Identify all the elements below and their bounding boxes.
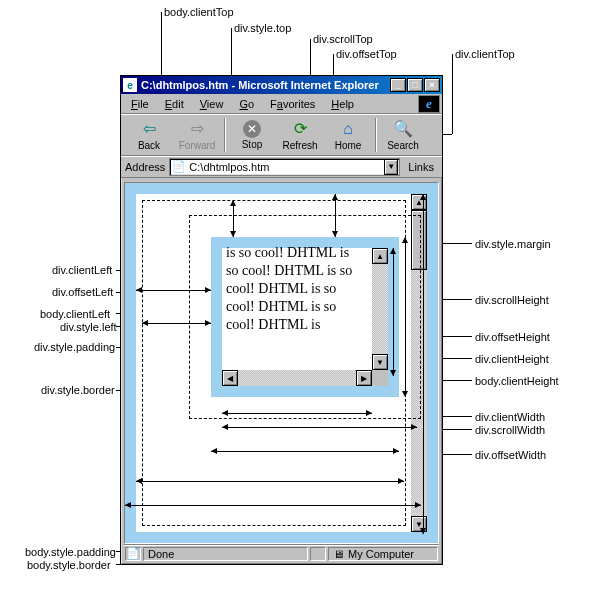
refresh-icon: ⟳ — [290, 119, 310, 139]
scroll-up-button[interactable]: ▲ — [372, 248, 388, 264]
document-icon: 📄 — [172, 160, 186, 174]
home-icon: ⌂ — [338, 119, 358, 139]
dim-div-clientwidth — [222, 413, 372, 414]
dim-body-clientheight — [423, 194, 424, 534]
menu-favorites[interactable]: Favorites — [262, 96, 323, 112]
address-dropdown-button[interactable]: ▼ — [384, 159, 398, 175]
label-body-style-border: body.style.border — [27, 559, 111, 571]
label-div-style-border: div.style.border — [41, 384, 115, 396]
inner-scroll-area: is so cool! DHTML is so cool! DHTML is s… — [222, 248, 388, 386]
toolbar: ⇦ Back ⇨ Forward ✕ Stop ⟳ Refresh ⌂ Home… — [121, 114, 442, 156]
scroll-corner — [372, 370, 388, 386]
menu-edit[interactable]: Edit — [157, 96, 192, 112]
label-div-scrollwidth: div.scrollWidth — [475, 424, 545, 436]
stop-label: Stop — [242, 139, 263, 150]
label-body-style-padding: body.style.padding — [25, 546, 116, 558]
status-doc-icon: 📄 — [125, 547, 141, 561]
label-div-style-margin: div.style.margin — [475, 238, 551, 250]
menu-view[interactable]: View — [192, 96, 232, 112]
refresh-label: Refresh — [282, 140, 317, 151]
body-scroll-thumb[interactable] — [411, 210, 427, 270]
label-div-offsetheight: div.offsetHeight — [475, 331, 550, 343]
label-div-clientleft: div.clientLeft — [52, 264, 112, 276]
menu-go[interactable]: Go — [231, 96, 262, 112]
toolbar-separator — [375, 118, 376, 152]
label-div-style-padding: div.style.padding — [34, 341, 115, 353]
status-text: Done — [143, 547, 308, 561]
inner-vscroll[interactable]: ▲ ▼ — [372, 248, 388, 370]
label-div-clientwidth: div.clientWidth — [475, 411, 545, 423]
maximize-button[interactable]: □ — [407, 78, 423, 92]
dim-div-scrollwidth — [222, 427, 417, 428]
window-title: C:\dhtmlpos.htm - Microsoft Internet Exp… — [141, 79, 389, 91]
titlebar: e C:\dhtmlpos.htm - Microsoft Internet E… — [121, 76, 442, 94]
label-div-offsettop: div.offsetTop — [336, 48, 397, 60]
addressbar: Address 📄 C:\dhtmlpos.htm ▼ Links — [121, 156, 442, 178]
home-label: Home — [335, 140, 362, 151]
inner-div: is so cool! DHTML is so cool! DHTML is s… — [211, 237, 399, 397]
dim-body-clientwidth — [136, 481, 404, 482]
scroll-down-button[interactable]: ▼ — [372, 354, 388, 370]
dim-div-offsetheight — [405, 237, 406, 397]
scroll-left-button[interactable]: ◀ — [222, 370, 238, 386]
dim-div-style-left — [142, 323, 211, 324]
dim-body-offsetwidth — [125, 505, 421, 506]
forward-arrow-icon: ⇨ — [187, 119, 207, 139]
back-arrow-icon: ⇦ — [139, 119, 159, 139]
stop-icon: ✕ — [243, 120, 261, 138]
label-body-clienttop: body.clientTop — [164, 6, 234, 18]
menu-help[interactable]: Help — [323, 96, 362, 112]
label-div-style-top: div.style.top — [234, 22, 291, 34]
label-div-offsetleft: div.offsetLeft — [52, 286, 113, 298]
label-div-scrollheight: div.scrollHeight — [475, 294, 549, 306]
dim-div-offsetwidth — [211, 451, 399, 452]
label-div-style-left: div.style.left — [60, 321, 117, 333]
inner-text: is so cool! DHTML is so cool! DHTML is s… — [226, 244, 360, 364]
label-body-clientheight: body.clientHeight — [475, 375, 559, 387]
refresh-button[interactable]: ⟳ Refresh — [276, 116, 324, 154]
status-spacer — [310, 547, 326, 561]
dim-div-clientheight — [393, 248, 394, 376]
label-div-clientheight: div.clientHeight — [475, 353, 549, 365]
computer-icon: 🖥 — [333, 548, 344, 560]
home-button[interactable]: ⌂ Home — [324, 116, 372, 154]
dim-div-offsetleft — [136, 290, 211, 291]
statusbar: 📄 Done 🖥 My Computer — [124, 544, 439, 562]
body-vscroll[interactable]: ▲ ▼ — [411, 194, 427, 532]
close-button[interactable]: × — [424, 78, 440, 92]
back-label: Back — [138, 140, 160, 151]
back-button[interactable]: ⇦ Back — [125, 116, 173, 154]
forward-label: Forward — [179, 140, 216, 151]
label-div-scrolltop: div.scrollTop — [313, 33, 373, 45]
status-zone: 🖥 My Computer — [328, 547, 438, 561]
status-zone-text: My Computer — [348, 548, 414, 560]
ie-logo-icon: e — [418, 95, 440, 113]
label-body-clientleft: body.clientLeft — [40, 308, 110, 320]
menu-file[interactable]: File — [123, 96, 157, 112]
stop-button[interactable]: ✕ Stop — [228, 116, 276, 154]
scroll-right-button[interactable]: ▶ — [356, 370, 372, 386]
minimize-button[interactable]: _ — [390, 78, 406, 92]
browser-window: e C:\dhtmlpos.htm - Microsoft Internet E… — [120, 75, 443, 565]
links-button[interactable]: Links — [404, 161, 438, 173]
content-body: is so cool! DHTML is so cool! DHTML is s… — [124, 182, 439, 544]
forward-button[interactable]: ⇨ Forward — [173, 116, 221, 154]
address-value: C:\dhtmlpos.htm — [189, 161, 269, 173]
search-label: Search — [387, 140, 419, 151]
address-label: Address — [125, 161, 165, 173]
app-icon: e — [123, 78, 137, 92]
address-input[interactable]: 📄 C:\dhtmlpos.htm ▼ — [169, 158, 400, 176]
search-button[interactable]: 🔍 Search — [379, 116, 427, 154]
search-icon: 🔍 — [393, 119, 413, 139]
toolbar-separator — [224, 118, 225, 152]
label-div-clienttop: div.clientTop — [455, 48, 515, 60]
menubar: File Edit View Go Favorites Help e — [121, 94, 442, 114]
inner-hscroll[interactable]: ◀ ▶ — [222, 370, 372, 386]
label-div-offsetwidth: div.offsetWidth — [475, 449, 546, 461]
